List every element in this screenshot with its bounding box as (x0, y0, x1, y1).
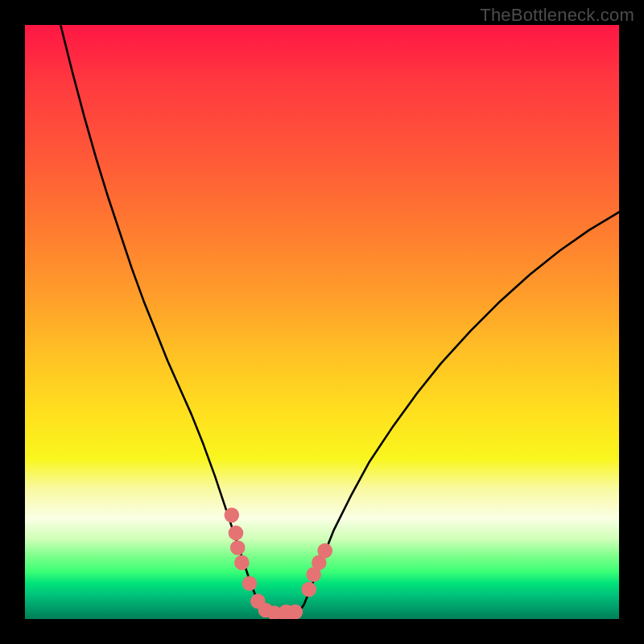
outer-frame: TheBottleneck.com (0, 0, 644, 644)
marker-point (230, 540, 246, 555)
marker-point (287, 605, 303, 619)
marker-point (225, 508, 240, 523)
chart-svg (25, 25, 619, 619)
curve-group (60, 25, 619, 615)
marker-point (229, 526, 244, 541)
marker-group (225, 508, 332, 619)
marker-point (301, 582, 316, 597)
marker-point (234, 555, 250, 571)
curve-left-curve (60, 25, 275, 615)
marker-point (242, 576, 258, 591)
watermark-text: TheBottleneck.com (480, 5, 634, 26)
marker-point (317, 543, 332, 559)
plot-area (25, 25, 619, 619)
